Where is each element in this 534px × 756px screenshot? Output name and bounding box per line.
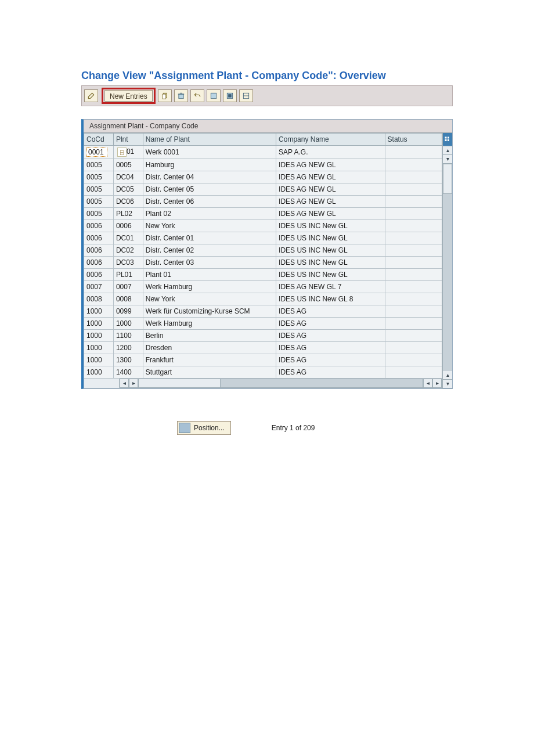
table-settings-icon[interactable] (443, 133, 452, 146)
table-row[interactable]: 10001400StuttgartIDES AG (84, 366, 442, 379)
toggle-display-change-icon[interactable] (84, 89, 98, 102)
cell-status (385, 220, 442, 232)
entry-counter: Entry 1 of 209 (272, 424, 315, 432)
cell-plant-name: Stuttgart (143, 366, 276, 379)
value-help-icon[interactable] (117, 147, 127, 157)
cell-plnt[interactable]: DC05 (113, 183, 143, 196)
cell-plnt[interactable]: 0099 (113, 305, 143, 318)
table-row[interactable]: 0005DC06Distr. Center 06IDES AG NEW GL (84, 196, 442, 208)
cell-plnt[interactable]: 0007 (113, 281, 143, 293)
cell-plnt[interactable]: 01 (113, 146, 143, 159)
select-block-icon[interactable] (223, 89, 237, 102)
table-row[interactable]: 00080008New YorkIDES US INC New GL 8 (84, 293, 442, 305)
h-scroll-right-icon[interactable]: ▸ (432, 379, 442, 388)
cell-plnt[interactable]: PL01 (113, 269, 143, 281)
table-row[interactable]: 0006PL01Plant 01IDES US INC New GL (84, 269, 442, 281)
cell-cocd[interactable]: 0005 (84, 183, 114, 196)
new-entries-button[interactable]: New Entries (104, 90, 153, 102)
cell-company-name: SAP A.G. (276, 146, 385, 159)
cell-cocd[interactable]: 0005 (84, 196, 114, 208)
cell-status (385, 196, 442, 208)
h-scroll-left2-icon[interactable]: ◂ (423, 379, 432, 388)
cell-plant-name: Werk 0001 (143, 146, 276, 159)
cell-plnt[interactable]: 0008 (113, 293, 143, 305)
cell-plnt[interactable]: 1300 (113, 354, 143, 366)
cell-cocd[interactable]: 0006 (84, 244, 114, 257)
table-row[interactable]: 00050005HamburgIDES AG NEW GL (84, 159, 442, 171)
cell-plnt[interactable]: DC02 (113, 244, 143, 257)
column-header-cocd[interactable]: CoCd (84, 134, 114, 146)
column-header-plnt[interactable]: Plnt (113, 134, 143, 146)
cell-cocd[interactable]: 0006 (84, 269, 114, 281)
vertical-scrollbar[interactable]: ▴ ▾ ▴ ▾ (442, 133, 452, 388)
cell-plant-name: New York (143, 293, 276, 305)
cell-cocd[interactable]: 0006 (84, 220, 114, 232)
cell-plnt[interactable]: 1200 (113, 342, 143, 354)
cell-plnt[interactable]: 0006 (113, 220, 143, 232)
cell-cocd[interactable]: 1000 (84, 330, 114, 342)
v-scroll-down-step-icon[interactable]: ▾ (443, 155, 452, 164)
table-row[interactable]: 0006DC01Distr. Center 01IDES US INC New … (84, 232, 442, 244)
panel-header: Assignment Plant - Company Code (84, 120, 452, 133)
cell-cocd[interactable]: 0005 (84, 208, 114, 220)
table-row[interactable]: 10001100BerlinIDES AG (84, 330, 442, 342)
cell-plnt[interactable]: DC03 (113, 257, 143, 269)
cell-plnt[interactable]: PL02 (113, 208, 143, 220)
cell-status (385, 159, 442, 171)
v-scroll-up-icon[interactable]: ▴ (443, 146, 452, 155)
cell-cocd[interactable]: 0005 (84, 171, 114, 183)
cell-plnt[interactable]: DC04 (113, 171, 143, 183)
cell-cocd[interactable]: 0008 (84, 293, 114, 305)
v-scroll-down-icon[interactable]: ▾ (443, 380, 452, 388)
position-button[interactable]: Position... (177, 421, 231, 435)
cell-plnt[interactable]: 0005 (113, 159, 143, 171)
cell-plnt[interactable]: 1000 (113, 318, 143, 330)
v-scroll-up2-icon[interactable]: ▴ (443, 371, 452, 380)
cell-plnt[interactable]: DC01 (113, 232, 143, 244)
column-header-name[interactable]: Name of Plant (143, 134, 276, 146)
cell-plnt[interactable]: 1400 (113, 366, 143, 379)
v-scroll-thumb[interactable] (443, 164, 452, 194)
table-row[interactable]: 0005PL02Plant 02IDES AG NEW GL (84, 208, 442, 220)
cell-cocd[interactable]: 1000 (84, 354, 114, 366)
cocd-input[interactable]: 0001 (86, 147, 107, 157)
cell-cocd[interactable]: 1000 (84, 366, 114, 379)
table-row[interactable]: 0005DC05Distr. Center 05IDES AG NEW GL (84, 183, 442, 196)
copy-as-icon[interactable] (158, 89, 172, 102)
table-row[interactable]: 10001200DresdenIDES AG (84, 342, 442, 354)
table-row[interactable]: 0005DC04Distr. Center 04IDES AG NEW GL (84, 171, 442, 183)
cell-status (385, 208, 442, 220)
column-header-status[interactable]: Status (385, 134, 442, 146)
cell-cocd[interactable]: 0006 (84, 257, 114, 269)
svg-rect-5 (228, 95, 231, 98)
h-scroll-left-icon[interactable]: ◂ (120, 379, 129, 388)
cell-cocd[interactable]: 0007 (84, 281, 114, 293)
table-row[interactable]: 10001000Werk HamburgIDES AG (84, 318, 442, 330)
cell-cocd[interactable]: 1000 (84, 305, 114, 318)
table-row[interactable]: 10001300FrankfurtIDES AG (84, 354, 442, 366)
cell-cocd[interactable]: 1000 (84, 318, 114, 330)
table-row[interactable]: 000101Werk 0001SAP A.G. (84, 146, 442, 159)
cell-cocd[interactable]: 0001 (84, 146, 114, 159)
table-row[interactable]: 00060006New YorkIDES US INC New GL (84, 220, 442, 232)
table-row[interactable]: 10000099Werk für Customizing-Kurse SCMID… (84, 305, 442, 318)
cell-status (385, 232, 442, 244)
table-row[interactable]: 00070007Werk HamburgIDES AG NEW GL 7 (84, 281, 442, 293)
cell-cocd[interactable]: 0006 (84, 232, 114, 244)
cell-status (385, 330, 442, 342)
cell-plant-name: Plant 01 (143, 269, 276, 281)
table-row[interactable]: 0006DC03Distr. Center 03IDES US INC New … (84, 257, 442, 269)
select-all-icon[interactable] (207, 89, 221, 102)
h-scroll-right-step-icon[interactable]: ▸ (129, 379, 138, 388)
cell-plnt[interactable]: DC06 (113, 196, 143, 208)
column-header-company[interactable]: Company Name (276, 134, 385, 146)
delete-icon[interactable] (174, 89, 188, 102)
cell-cocd[interactable]: 1000 (84, 342, 114, 354)
cell-cocd[interactable]: 0005 (84, 159, 114, 171)
table-row[interactable]: 0006DC02Distr. Center 02IDES US INC New … (84, 244, 442, 257)
horizontal-scrollbar[interactable]: ◂ ▸ ◂ ▸ (84, 379, 442, 388)
svg-rect-3 (211, 93, 216, 98)
undo-change-icon[interactable] (190, 89, 204, 102)
cell-plnt[interactable]: 1100 (113, 330, 143, 342)
deselect-all-icon[interactable] (239, 89, 253, 102)
